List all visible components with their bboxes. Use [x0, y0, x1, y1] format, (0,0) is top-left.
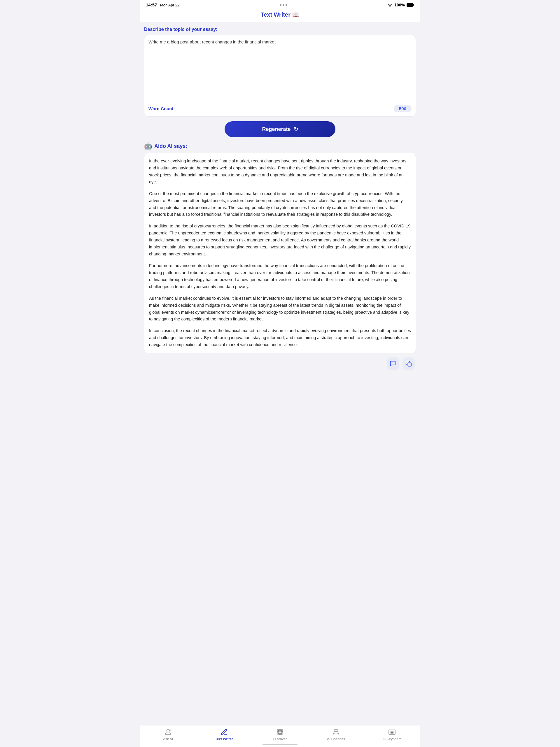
- nav-label-ai-keyboard: AI Keyboard: [382, 737, 402, 741]
- svg-point-10: [278, 730, 279, 731]
- battery-icon: [407, 3, 414, 7]
- chat-action-button[interactable]: [387, 358, 399, 370]
- nav-label-text-writer: Text Writer: [215, 737, 233, 741]
- response-text: In the ever-evolving landscape of the fi…: [149, 158, 411, 349]
- status-dots: [280, 4, 287, 6]
- dot-2: [283, 4, 284, 6]
- nav-item-text-writer[interactable]: Text Writer: [196, 728, 252, 741]
- copy-icon: [405, 360, 412, 367]
- page-title: Text Writer 📖: [140, 11, 420, 18]
- response-paragraph-3: In addition to the rise of cryptocurrenc…: [149, 223, 411, 258]
- aido-header: 🤖 Aido AI says:: [144, 142, 416, 150]
- nav-spacer: [144, 371, 416, 397]
- status-time-date: 14:57 Mon Apr 22: [146, 2, 179, 7]
- ask-ai-icon: [164, 728, 172, 736]
- nav-label-ai-coaches: AI Coaches: [327, 737, 345, 741]
- dot-1: [280, 4, 281, 6]
- page-header: Text Writer 📖: [140, 9, 420, 22]
- ai-coaches-icon: [332, 728, 340, 736]
- svg-point-3: [167, 729, 170, 732]
- chat-icon: [390, 360, 396, 367]
- nav-label-ask-ai: Ask AI: [163, 737, 173, 741]
- topic-card: Word Count: 500: [144, 35, 416, 117]
- bottom-indicator: [262, 744, 298, 745]
- regenerate-button[interactable]: Regenerate ↻: [225, 121, 335, 137]
- text-writer-icon: [220, 728, 228, 736]
- response-card: In the ever-evolving landscape of the fi…: [144, 153, 416, 353]
- svg-point-13: [278, 733, 279, 734]
- regenerate-label: Regenerate: [262, 126, 290, 132]
- discover-icon: [276, 728, 284, 736]
- status-bar: 14:57 Mon Apr 22 100%: [140, 0, 420, 9]
- svg-point-12: [281, 733, 282, 734]
- svg-point-15: [336, 729, 338, 731]
- response-paragraph-6: In conclusion, the recent changes in the…: [149, 328, 411, 349]
- response-paragraph-4: Furthermore, advancements in technology …: [149, 262, 411, 290]
- nav-item-ask-ai[interactable]: Ask AI: [140, 728, 196, 741]
- nav-label-discover: Discover: [273, 737, 287, 741]
- status-time: 14:57: [146, 2, 157, 7]
- regenerate-icon: ↻: [294, 126, 298, 132]
- battery-percent: 100%: [394, 3, 405, 7]
- action-icons: [144, 353, 416, 371]
- aido-emoji: 🤖: [144, 142, 152, 150]
- word-count-badge: 500: [394, 105, 411, 112]
- copy-action-button[interactable]: [403, 358, 415, 370]
- response-paragraph-1: In the ever-evolving landscape of the fi…: [149, 158, 411, 186]
- bottom-nav: Ask AI Text Writer Discover: [140, 725, 420, 747]
- ai-keyboard-icon: [388, 728, 396, 736]
- dot-3: [285, 4, 287, 6]
- nav-item-ai-keyboard[interactable]: AI Keyboard: [364, 728, 420, 741]
- svg-point-11: [281, 730, 282, 731]
- status-right: 100%: [387, 3, 414, 7]
- nav-item-discover[interactable]: Discover: [252, 728, 308, 741]
- main-content: Describe the topic of your essay: Word C…: [140, 22, 420, 402]
- svg-rect-1: [413, 4, 414, 6]
- response-paragraph-5: As the financial market continues to evo…: [149, 295, 411, 323]
- wifi-icon: [387, 3, 392, 7]
- aido-title: Aido AI says:: [154, 143, 187, 149]
- nav-item-ai-coaches[interactable]: AI Coaches: [308, 728, 364, 741]
- topic-section-label: Describe the topic of your essay:: [144, 27, 416, 32]
- svg-rect-0: [407, 3, 413, 6]
- status-date: Mon Apr 22: [160, 3, 180, 7]
- word-count-row: Word Count: 500: [149, 102, 411, 112]
- response-paragraph-2: One of the most prominent changes in the…: [149, 190, 411, 218]
- topic-textarea[interactable]: [149, 40, 411, 98]
- svg-rect-2: [408, 363, 411, 366]
- word-count-label: Word Count:: [149, 106, 175, 111]
